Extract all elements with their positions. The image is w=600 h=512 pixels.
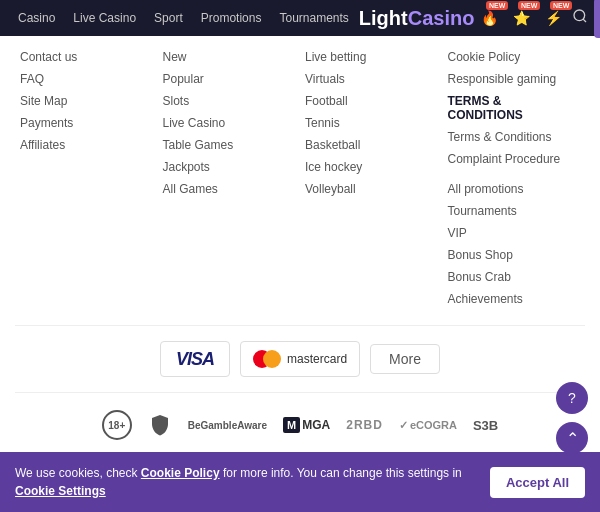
shield-icon <box>148 413 172 437</box>
all-games-link[interactable]: All Games <box>163 178 296 200</box>
new-badge-star: NEW <box>518 1 540 10</box>
begambleaware-badge: BeGambleAware <box>188 420 267 431</box>
new-games-link[interactable]: New <box>163 46 296 68</box>
top-navigation: Casino Live Casino Sport Promotions Tour… <box>0 0 600 36</box>
football-link[interactable]: Football <box>305 90 438 112</box>
secure-badge <box>148 413 172 437</box>
cookie-message: We use cookies, check Cookie Policy for … <box>15 464 480 500</box>
nav-promotions[interactable]: Promotions <box>193 11 270 25</box>
join-now-button[interactable]: Join Now <box>594 0 600 38</box>
virtuals-link[interactable]: Virtuals <box>305 68 438 90</box>
site-map-link[interactable]: Site Map <box>20 90 153 112</box>
table-games-link[interactable]: Table Games <box>163 134 296 156</box>
live-betting-link[interactable]: Live betting <box>305 46 438 68</box>
live-casino-link[interactable]: Live Casino <box>163 112 296 134</box>
search-icon[interactable] <box>572 8 588 28</box>
new-badge-flame: NEW <box>486 1 508 10</box>
bonus-shop-link[interactable]: Bonus Shop <box>448 244 581 266</box>
bolt-badge-icon[interactable]: ⚡ NEW <box>540 5 566 31</box>
payments-link[interactable]: Payments <box>20 112 153 134</box>
scroll-to-top-button[interactable]: ⌃ <box>556 422 588 454</box>
nav-tournaments[interactable]: Tournaments <box>271 11 356 25</box>
footer-links-grid: Contact us FAQ Site Map Payments Affilia… <box>15 46 585 320</box>
mga-m-icon: M <box>283 417 300 433</box>
footer-col-legal: Cookie Policy Responsible gaming TERMS &… <box>443 46 586 310</box>
nav-sport[interactable]: Sport <box>146 11 191 25</box>
terms-conditions-header[interactable]: TERMS & CONDITIONS <box>448 90 581 126</box>
cookie-consent-banner: We use cookies, check Cookie Policy for … <box>0 452 600 512</box>
visa-payment-option[interactable]: VISA <box>160 341 230 377</box>
terms-conditions-link[interactable]: Terms & Conditions <box>448 126 581 148</box>
accept-cookies-button[interactable]: Accept All <box>490 467 585 498</box>
footer-col-account: Contact us FAQ Site Map Payments Affilia… <box>15 46 158 310</box>
main-content: Contact us FAQ Site Map Payments Affilia… <box>0 36 600 512</box>
cookie-settings-link[interactable]: Cookie Settings <box>15 484 106 498</box>
footer-col-games: New Popular Slots Live Casino Table Game… <box>158 46 301 310</box>
affiliates-link[interactable]: Affiliates <box>20 134 153 156</box>
more-payment-button[interactable]: More <box>370 344 440 374</box>
help-button[interactable]: ? <box>556 382 588 414</box>
cookie-policy-link-banner[interactable]: Cookie Policy <box>141 466 220 480</box>
cookie-policy-link[interactable]: Cookie Policy <box>448 46 581 68</box>
site-logo[interactable]: LightCasino <box>359 7 475 30</box>
mastercard-label: mastercard <box>287 352 347 366</box>
nav-live-casino[interactable]: Live Casino <box>65 11 144 25</box>
mastercard-logo <box>253 350 281 368</box>
slots-link[interactable]: Slots <box>163 90 296 112</box>
tennis-link[interactable]: Tennis <box>305 112 438 134</box>
payment-methods-section: VISA mastercard More <box>15 325 585 393</box>
all-promotions-link[interactable]: All promotions <box>448 178 581 200</box>
popular-link[interactable]: Popular <box>163 68 296 90</box>
svg-point-0 <box>574 10 585 21</box>
visa-logo: VISA <box>176 349 214 370</box>
complaint-procedure-link[interactable]: Complaint Procedure <box>448 148 581 170</box>
age-restriction-badge: 18+ <box>102 410 132 440</box>
jackpots-link[interactable]: Jackpots <box>163 156 296 178</box>
nav-casino[interactable]: Casino <box>10 11 63 25</box>
faq-link[interactable]: FAQ <box>20 68 153 90</box>
footer-col-sport: Live betting Virtuals Football Tennis Ba… <box>300 46 443 310</box>
s3b-badge: S3B <box>473 418 498 433</box>
tournaments-link[interactable]: Tournaments <box>448 200 581 222</box>
logo-area: LightCasino <box>359 7 475 30</box>
basketball-link[interactable]: Basketball <box>305 134 438 156</box>
svg-line-1 <box>583 19 586 22</box>
vip-link[interactable]: VIP <box>448 222 581 244</box>
flame-badge-icon[interactable]: 🔥 NEW <box>476 5 502 31</box>
star-badge-icon[interactable]: ⭐ NEW <box>508 5 534 31</box>
mga-badge: M MGA <box>283 417 330 433</box>
mastercard-payment-option[interactable]: mastercard <box>240 341 360 377</box>
trust-badges-section: 18+ BeGambleAware M MGA 2RBD eCOGRA S3B <box>15 398 585 446</box>
new-badge-bolt: NEW <box>550 1 572 10</box>
achievements-link[interactable]: Achievements <box>448 288 581 310</box>
volleyball-link[interactable]: Volleyball <box>305 178 438 200</box>
bonus-crab-link[interactable]: Bonus Crab <box>448 266 581 288</box>
2rbd-badge: 2RBD <box>346 418 383 432</box>
ice-hockey-link[interactable]: Ice hockey <box>305 156 438 178</box>
responsible-gaming-link[interactable]: Responsible gaming <box>448 68 581 90</box>
contact-us-link[interactable]: Contact us <box>20 46 153 68</box>
ecogra-badge: eCOGRA <box>399 419 457 432</box>
